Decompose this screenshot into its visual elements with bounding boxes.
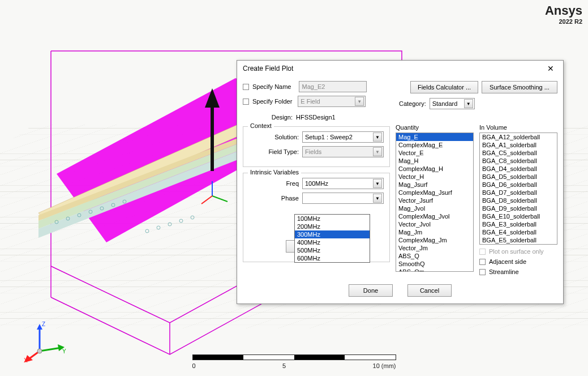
scale-tick-1: 5: [282, 362, 286, 369]
freq-option[interactable]: 500MHz: [295, 246, 370, 254]
quantity-listbox[interactable]: Mag_EComplexMag_EVector_EMag_HComplexMag…: [396, 133, 474, 272]
specify-name-label: Specify Name: [252, 83, 291, 90]
svg-line-28: [40, 348, 61, 351]
specify-name-checkbox[interactable]: [243, 84, 249, 90]
quantity-item[interactable]: ComplexMag_Jm: [396, 236, 473, 244]
folder-value: E Field: [301, 98, 320, 105]
adjacent-side-label: Adjacent side: [489, 258, 526, 265]
solution-label: Solution:: [249, 134, 299, 140]
freq-option[interactable]: 300MHz: [295, 230, 370, 238]
involume-item[interactable]: BGA_E7_solderball: [480, 244, 557, 245]
quantity-label: Quantity: [396, 124, 474, 131]
involume-item[interactable]: BGA_E4_solderball: [480, 228, 557, 236]
create-field-plot-dialog: Create Field Plot ✕ Specify Name Mag_E2 …: [237, 60, 564, 304]
intrinsic-legend: Intrinsic Variables: [248, 169, 301, 176]
freq-label: Freq: [249, 180, 299, 187]
chevron-down-icon: ▼: [464, 99, 473, 108]
cancel-button[interactable]: Cancel: [407, 284, 452, 297]
brand-name: Ansys: [545, 3, 582, 18]
quantity-item[interactable]: Vector_Jvol: [396, 220, 473, 228]
quantity-item[interactable]: ComplexMag_H: [396, 165, 473, 173]
axis-triad[interactable]: Z Y X: [23, 319, 68, 365]
scale-tick-2: 10 (mm): [373, 362, 396, 369]
quantity-item[interactable]: Vector_E: [396, 149, 473, 157]
involume-item[interactable]: BGA_D8_solderball: [480, 196, 557, 204]
category-value: Standard: [432, 100, 458, 107]
involume-item[interactable]: BGA_D4_solderball: [480, 165, 557, 173]
axis-y-label: Y: [62, 348, 66, 354]
involume-item[interactable]: BGA_E3_solderball: [480, 220, 557, 228]
fieldtype-label: Field Type:: [249, 148, 299, 155]
fieldtype-value: Fields: [305, 148, 321, 155]
svg-point-32: [37, 349, 42, 353]
solution-dropdown[interactable]: Setup1 : Sweep2 ▼: [302, 131, 384, 143]
quantity-item[interactable]: ABS_Qm: [396, 268, 473, 272]
involume-label: In Volume: [479, 124, 557, 131]
specify-folder-checkbox[interactable]: [243, 99, 249, 105]
freq-dropdown[interactable]: 100MHz ▼: [302, 178, 384, 189]
folder-dropdown[interactable]: E Field ▼: [298, 96, 366, 107]
scale-bar: 0 5 10 (mm): [192, 354, 396, 369]
quantity-item[interactable]: Vector_Jm: [396, 244, 473, 252]
freq-option[interactable]: 600MHz: [295, 254, 370, 262]
quantity-item[interactable]: Mag_H: [396, 157, 473, 165]
involume-item[interactable]: BGA_D6_solderball: [480, 181, 557, 189]
quantity-item[interactable]: ComplexMag_Jvol: [396, 212, 473, 220]
dialog-title: Create Field Plot: [243, 65, 293, 72]
design-label: Design:: [243, 114, 293, 121]
plot-surface-label: Plot on surface only: [489, 248, 544, 255]
streamline-checkbox[interactable]: [479, 269, 486, 275]
design-value: HFSSDesign1: [296, 114, 336, 121]
freq-dropdown-list[interactable]: 100MHz200MHz300MHz400MHz500MHz600MHz: [294, 214, 370, 263]
context-legend: Context: [248, 122, 274, 129]
quantity-item[interactable]: Mag_Jvol: [396, 204, 473, 212]
freq-option[interactable]: 200MHz: [295, 223, 370, 230]
context-group: Context Solution: Setup1 : Sweep2 ▼ Fiel…: [243, 126, 390, 167]
involume-item[interactable]: BGA_D5_solderball: [480, 173, 557, 181]
category-dropdown[interactable]: Standard ▼: [430, 98, 475, 109]
specify-folder-label: Specify Folder: [252, 98, 292, 105]
brand-logo: Ansys 2022 R2: [545, 3, 582, 25]
involume-item[interactable]: BGA_A1_solderball: [480, 141, 557, 149]
quantity-item[interactable]: Mag_Jsurf: [396, 181, 473, 189]
quantity-item[interactable]: Vector_H: [396, 173, 473, 181]
involume-item[interactable]: BGA_C8_solderball: [480, 157, 557, 165]
involume-item[interactable]: BGA_C5_solderball: [480, 149, 557, 157]
chevron-down-icon: ▼: [373, 179, 382, 188]
freq-option[interactable]: 100MHz: [295, 215, 370, 223]
quantity-item[interactable]: SmoothQ: [396, 260, 473, 268]
involume-item[interactable]: BGA_E5_solderball: [480, 236, 557, 244]
involume-item[interactable]: BGA_A12_solderball: [480, 133, 557, 141]
phase-dropdown[interactable]: ▼: [302, 193, 384, 204]
freq-value: 100MHz: [305, 180, 328, 187]
involume-item[interactable]: BGA_D7_solderball: [480, 189, 557, 196]
fieldtype-dropdown[interactable]: Fields ▼: [302, 146, 384, 157]
chevron-down-icon: ▼: [373, 133, 382, 142]
phase-label: Phase: [249, 195, 299, 202]
solution-value: Setup1 : Sweep2: [305, 134, 353, 140]
quantity-item[interactable]: ComplexMag_Jsurf: [396, 189, 473, 196]
involume-item[interactable]: BGA_E10_solderball: [480, 212, 557, 220]
chevron-down-icon: ▼: [355, 97, 364, 106]
involume-listbox[interactable]: BGA_A12_solderballBGA_A1_solderballBGA_C…: [479, 133, 557, 245]
chevron-down-icon: ▼: [373, 147, 382, 156]
axis-x-label: X: [24, 357, 28, 364]
close-button[interactable]: ✕: [543, 64, 559, 73]
category-label: Category:: [399, 100, 426, 107]
streamline-label: Streamline: [489, 268, 519, 275]
freq-option[interactable]: 400MHz: [295, 238, 370, 246]
quantity-item[interactable]: Mag_E: [396, 133, 473, 141]
adjacent-side-checkbox[interactable]: [479, 259, 486, 265]
quantity-item[interactable]: Vector_Jsurf: [396, 196, 473, 204]
fields-calculator-button[interactable]: Fields Calculator ...: [410, 81, 478, 93]
involume-item[interactable]: BGA_D9_solderball: [480, 204, 557, 212]
name-input[interactable]: Mag_E2: [299, 81, 367, 92]
surface-smoothing-button[interactable]: Surface Smoothing ...: [482, 81, 557, 93]
done-button[interactable]: Done: [349, 284, 393, 297]
axis-z-label: Z: [42, 321, 45, 327]
quantity-item[interactable]: ComplexMag_E: [396, 141, 473, 149]
quantity-item[interactable]: Mag_Jm: [396, 228, 473, 236]
scale-tick-0: 0: [192, 362, 196, 369]
quantity-item[interactable]: ABS_Q: [396, 252, 473, 260]
brand-version: 2022 R2: [545, 18, 582, 25]
